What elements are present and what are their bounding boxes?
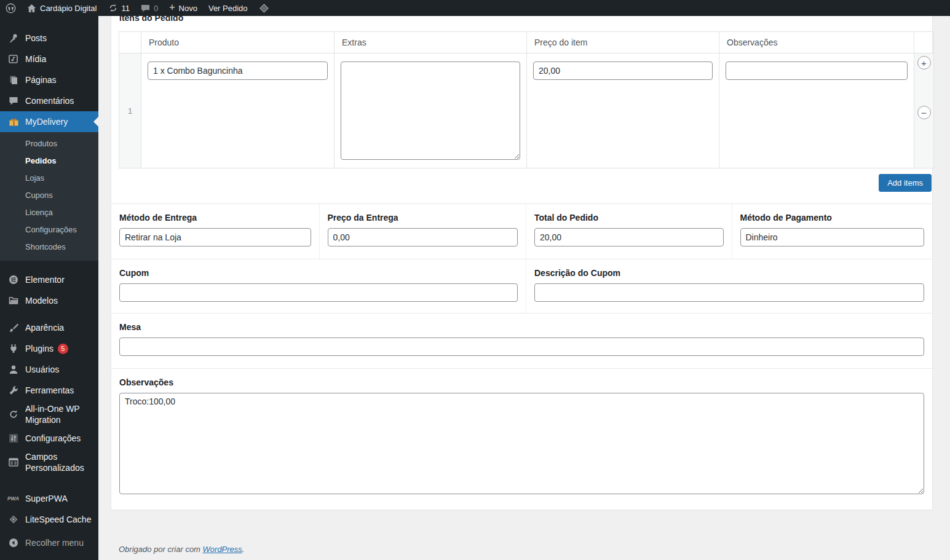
sidebar-item-aparencia[interactable]: Aparência (0, 317, 98, 338)
plugins-update-badge: 5 (58, 344, 68, 354)
custom-fields-table-icon (7, 457, 20, 467)
sidebar-item-comentarios[interactable]: Comentários (0, 90, 98, 111)
row-actions-cell: + − (914, 53, 934, 168)
site-name-link[interactable]: Cardápio Digital (22, 0, 103, 16)
sidebar-item-label: SuperPWA (25, 493, 68, 504)
submenu-item-pedidos[interactable]: Pedidos (0, 152, 98, 170)
admin-sidebar: Posts Mídia Páginas Comentários MyDelive… (0, 0, 98, 560)
sidebar-item-label: Configurações (25, 433, 81, 444)
new-content-link[interactable]: + Novo (164, 0, 203, 16)
add-row-button[interactable]: + (917, 56, 931, 69)
sidebar-item-superpwa[interactable]: PWA SuperPWA (0, 488, 98, 509)
sidebar-item-label: Modelos (25, 295, 58, 306)
view-order-link[interactable]: Ver Pedido (203, 0, 253, 16)
submenu-item-licenca[interactable]: Licença (0, 204, 98, 221)
sidebar-item-posts[interactable]: Posts (0, 28, 98, 49)
wordpress-logo-menu[interactable] (0, 0, 22, 16)
folder-icon (7, 296, 20, 306)
sidebar-item-ferramentas[interactable]: Ferramentas (0, 380, 98, 401)
comment-icon (7, 96, 20, 106)
col-header-extras: Extras (334, 32, 527, 53)
sidebar-item-modelos[interactable]: Modelos (0, 290, 98, 311)
sidebar-item-elementor[interactable]: Elementor (0, 269, 98, 290)
cupom-input[interactable] (119, 283, 518, 302)
item-observacoes-input[interactable] (726, 61, 908, 80)
view-order-label: Ver Pedido (208, 4, 248, 13)
comment-bubble-icon (141, 4, 150, 13)
plug-icon (7, 344, 20, 353)
sidebar-collapse-menu[interactable]: Recolher menu (0, 532, 98, 553)
col-header-produto: Produto (141, 32, 334, 53)
sliders-icon (7, 433, 20, 443)
descricao-cupom-input[interactable] (534, 283, 924, 302)
order-fields-sections: Método de Entrega Preço da Entrega Total… (111, 203, 932, 510)
new-label: Novo (179, 4, 197, 13)
sidebar-item-litespeed-cache[interactable]: LiteSpeed Cache (0, 509, 98, 530)
row-actions-header (914, 32, 934, 53)
sidebar-item-all-in-one-wp-migration[interactable]: All-in-One WP Migration (0, 401, 98, 428)
metodo-pagamento-input[interactable] (740, 228, 925, 246)
circular-arrow-icon (7, 409, 20, 419)
wrench-icon (7, 385, 20, 395)
submenu-item-configuracoes[interactable]: Configurações (0, 221, 98, 239)
sidebar-item-midia[interactable]: Mídia (0, 49, 98, 69)
sidebar-item-label: Comentários (25, 95, 74, 106)
plus-icon: + (169, 2, 175, 12)
sidebar-item-label: Usuários (25, 364, 59, 375)
sidebar-item-mydelivery[interactable]: MyDelivery (0, 111, 98, 132)
mydelivery-submenu: Produtos Pedidos Lojas Cupons Licença Co… (0, 132, 98, 261)
comments-link[interactable]: 0 (135, 0, 164, 16)
items-table-header-row: Produto Extras Preço do item Observações (119, 32, 934, 53)
sidebar-item-label: MyDelivery (25, 116, 68, 127)
wordpress-link[interactable]: WordPress (203, 545, 242, 554)
total-pedido-label: Total do Pedido (534, 213, 724, 223)
sidebar-item-usuarios[interactable]: Usuários (0, 359, 98, 380)
submenu-item-lojas[interactable]: Lojas (0, 170, 98, 187)
sidebar-item-configuracoes-acf[interactable]: Configurações (0, 428, 98, 449)
sidebar-item-campos-personalizados[interactable]: Campos Personalizados (0, 449, 98, 476)
remove-row-button[interactable]: − (917, 106, 931, 119)
user-icon (7, 365, 20, 374)
mesa-label: Mesa (119, 322, 924, 332)
litespeed-topbar-menu[interactable] (253, 0, 275, 16)
sidebar-item-label: Recolher menu (25, 537, 84, 548)
cupom-label: Cupom (119, 268, 518, 278)
litespeed-diamond-icon (259, 3, 269, 14)
submenu-item-cupons[interactable]: Cupons (0, 187, 98, 204)
mesa-input[interactable] (119, 337, 924, 356)
sidebar-item-label: LiteSpeed Cache (25, 514, 91, 525)
pwa-logo-icon: PWA (7, 494, 20, 503)
metodo-entrega-label: Método de Entrega (119, 213, 311, 223)
updates-link[interactable]: 11 (103, 0, 136, 16)
add-items-button[interactable]: Add items (879, 174, 932, 192)
metodo-entrega-input[interactable] (119, 228, 311, 246)
submenu-item-produtos[interactable]: Produtos (0, 135, 98, 152)
sidebar-item-paginas[interactable]: Páginas (0, 69, 98, 90)
wordpress-logo-icon (6, 3, 16, 14)
metodo-entrega-field: Método de Entrega (111, 204, 319, 259)
metodo-pagamento-label: Método de Pagamento (740, 213, 925, 223)
home-icon (27, 4, 36, 13)
sidebar-item-label: Mídia (25, 53, 46, 65)
mesa-row: Mesa (111, 313, 932, 368)
site-name: Cardápio Digital (40, 4, 97, 13)
preco-item-input[interactable] (533, 61, 713, 80)
order-edit-panel: Itens do Pedido Produto Extras Preço do … (111, 6, 933, 510)
extras-textarea[interactable] (341, 61, 520, 160)
sidebar-item-label: Elementor (25, 274, 65, 285)
package-box-icon (7, 117, 20, 127)
sidebar-item-label: Aparência (25, 322, 64, 333)
order-items-table: Produto Extras Preço do item Observações… (119, 31, 934, 168)
observacoes-textarea[interactable]: Troco:100,00 (119, 393, 924, 494)
preco-entrega-input[interactable] (328, 228, 518, 246)
submenu-item-shortcodes[interactable]: Shortcodes (0, 239, 98, 256)
footer-text: Obrigado por criar com (119, 545, 203, 554)
comments-count: 0 (154, 4, 158, 13)
coupon-row: Cupom Descrição do Cupom (111, 259, 932, 313)
descricao-cupom-label: Descrição do Cupom (534, 268, 924, 278)
sidebar-item-label: Plugins (25, 343, 53, 354)
sidebar-item-plugins[interactable]: Plugins 5 (0, 338, 98, 359)
produto-input[interactable] (148, 61, 328, 80)
total-pedido-input[interactable] (534, 228, 724, 246)
pushpin-icon (7, 33, 20, 43)
